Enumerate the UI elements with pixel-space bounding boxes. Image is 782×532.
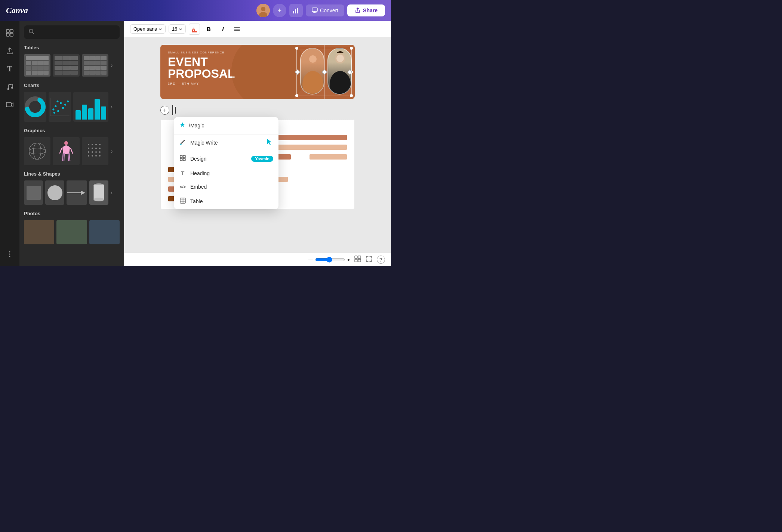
sidebar-item-video[interactable] <box>2 97 17 112</box>
bold-button[interactable]: B <box>203 24 214 35</box>
app-body: T <box>0 21 391 266</box>
svg-point-46 <box>88 151 89 153</box>
chart-thumb-donut[interactable] <box>24 92 46 122</box>
main-area: Open sans 16 A B I <box>124 21 391 266</box>
zoom-slider[interactable] <box>315 257 345 263</box>
svg-point-67 <box>330 71 351 95</box>
convert-button[interactable]: Convert <box>306 4 344 16</box>
svg-rect-6 <box>299 7 299 8</box>
table-thumb-3[interactable] <box>82 54 108 77</box>
design-label: Design <box>190 156 247 162</box>
search-bar[interactable] <box>24 25 120 39</box>
font-size-selector[interactable]: 16 <box>169 24 186 34</box>
svg-point-29 <box>62 107 64 109</box>
chart-button[interactable] <box>289 4 303 17</box>
canva-logo: Canva <box>6 6 28 15</box>
shape-thumb-cylinder[interactable] <box>89 180 108 205</box>
photo-thumb-3[interactable] <box>89 220 120 244</box>
embed-item[interactable]: </> Embed <box>174 180 278 194</box>
sidebar-icons: T <box>0 21 19 266</box>
sidebar-item-more[interactable] <box>2 247 17 262</box>
table-item[interactable]: Table <box>174 194 278 209</box>
grid-view-button[interactable] <box>354 256 361 264</box>
toolbar: Open sans 16 A B I <box>124 21 391 37</box>
svg-point-65 <box>309 55 317 63</box>
table-thumb-1[interactable] <box>24 54 50 77</box>
align-button[interactable] <box>231 24 243 35</box>
svg-point-43 <box>92 148 93 149</box>
fullscreen-button[interactable] <box>366 256 372 264</box>
text-input-area[interactable] <box>172 105 176 115</box>
heading-label: Heading <box>190 170 273 176</box>
svg-point-50 <box>88 155 89 157</box>
shape-thumb-circle[interactable] <box>45 180 64 205</box>
svg-rect-8 <box>6 30 9 33</box>
search-input[interactable] <box>37 29 115 35</box>
shape-thumb-arrow[interactable] <box>67 180 87 205</box>
charts-more-arrow[interactable]: › <box>111 103 120 110</box>
magic-write-icon <box>179 139 187 147</box>
section-photos-title: Photos <box>24 211 120 216</box>
add-button[interactable]: + <box>273 4 286 17</box>
canvas-scroll[interactable]: Small Business Conference EVENT PROPOSAL… <box>124 37 391 253</box>
add-content-button[interactable]: + <box>160 106 169 115</box>
help-button[interactable]: ? <box>377 256 385 264</box>
italic-button[interactable]: I <box>217 24 228 35</box>
avatar[interactable] <box>256 4 270 17</box>
svg-rect-59 <box>192 31 197 33</box>
svg-point-49 <box>99 151 101 153</box>
header: Canva + Convert <box>0 0 391 21</box>
svg-point-16 <box>9 254 10 255</box>
photo-thumb-1[interactable] <box>24 220 54 244</box>
sidebar-item-music[interactable] <box>2 79 17 94</box>
chart-thumb-scatter[interactable] <box>49 92 71 122</box>
svg-rect-78 <box>355 256 357 259</box>
font-family-selector[interactable]: Open sans <box>130 24 166 34</box>
font-family-label: Open sans <box>133 26 157 32</box>
chart-thumb-bar[interactable] <box>73 92 108 122</box>
sidebar-item-upload[interactable] <box>2 43 17 58</box>
svg-rect-71 <box>180 158 182 161</box>
svg-point-48 <box>95 151 97 153</box>
heading-item[interactable]: T Heading <box>174 167 278 180</box>
graphic-thumb-sphere[interactable] <box>24 137 50 165</box>
graphic-thumb-dots[interactable] <box>82 137 108 165</box>
shapes-more-arrow[interactable]: › <box>111 189 120 196</box>
text-cursor <box>175 107 176 114</box>
magic-input[interactable] <box>174 117 278 134</box>
tables-more-arrow[interactable]: › <box>111 62 120 69</box>
share-button[interactable]: Share <box>347 4 385 16</box>
magic-write-item[interactable]: Magic Write <box>174 134 278 151</box>
section-graphics-title: Graphics <box>24 128 120 133</box>
svg-point-51 <box>92 155 93 157</box>
shape-thumb-square[interactable] <box>24 180 43 205</box>
svg-point-40 <box>95 144 97 145</box>
svg-rect-72 <box>183 158 185 161</box>
svg-rect-10 <box>6 33 9 36</box>
svg-rect-80 <box>355 259 357 262</box>
svg-rect-5 <box>297 8 298 13</box>
graphic-thumb-figure[interactable] <box>53 137 79 165</box>
text-color-button[interactable]: A <box>189 24 200 35</box>
sidebar-item-grid[interactable] <box>2 25 17 40</box>
sidebar-item-text[interactable]: T <box>2 61 17 76</box>
magic-text-input[interactable] <box>189 123 273 129</box>
svg-point-1 <box>261 7 265 11</box>
svg-point-52 <box>95 155 97 157</box>
svg-rect-9 <box>10 30 13 33</box>
svg-point-57 <box>94 198 104 201</box>
canvas-content: Small Business Conference EVENT PROPOSAL… <box>160 45 355 245</box>
design-item[interactable]: Design Yasmin <box>174 151 278 167</box>
svg-rect-4 <box>295 9 296 13</box>
graphics-more-arrow[interactable]: › <box>111 148 120 155</box>
zoom-minus[interactable]: — <box>308 257 313 262</box>
section-shapes-title: Lines & Shapes <box>24 171 120 177</box>
header-left: Canva <box>6 6 28 15</box>
table-thumb-2[interactable] <box>53 54 79 77</box>
svg-point-38 <box>88 144 89 145</box>
svg-point-25 <box>55 105 56 107</box>
embed-icon: </> <box>179 185 187 189</box>
embed-label: Embed <box>190 184 273 190</box>
banner[interactable]: Small Business Conference EVENT PROPOSAL… <box>160 45 355 99</box>
photo-thumb-2[interactable] <box>56 220 87 244</box>
